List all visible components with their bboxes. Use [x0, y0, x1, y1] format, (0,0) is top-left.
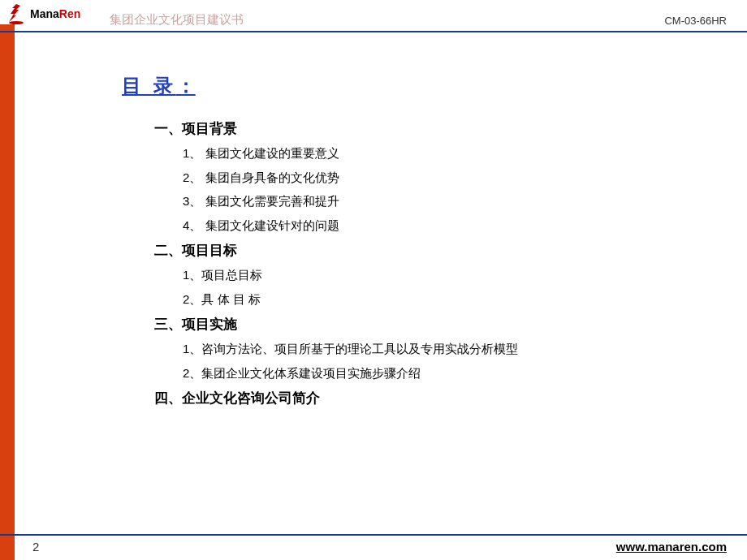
logo-text: ManaRen	[30, 7, 80, 20]
section-title: 一、项目背景	[154, 119, 747, 138]
toc-item: 1、咨询方法论、项目所基于的理论工具以及专用实战分析模型	[183, 340, 747, 359]
logo-text-part1: Mana	[30, 7, 59, 20]
section-title: 四、企业文化咨询公司简介	[154, 389, 747, 407]
logo-icon	[4, 2, 28, 26]
toc-section: 四、企业文化咨询公司简介	[122, 389, 747, 407]
toc-item: 1、项目总目标	[183, 266, 747, 285]
logo-text-part2: Ren	[59, 7, 80, 20]
footer: 2 www.manaren.com	[0, 534, 747, 560]
document-title: 集团企业文化项目建议书	[110, 12, 244, 28]
footer-url: www.manaren.com	[616, 540, 727, 554]
toc-item: 2、具 体 目 标	[183, 291, 747, 309]
content-area: 目 录： 一、项目背景 1、 集团文化建设的重要意义 2、 集团自身具备的文化优…	[0, 32, 747, 407]
logo: ManaRen	[4, 2, 80, 26]
left-accent-bar	[0, 24, 15, 560]
toc-section: 二、项目目标 1、项目总目标 2、具 体 目 标	[122, 241, 747, 308]
toc-heading-colon: ：	[176, 75, 196, 97]
toc-item: 2、集团企业文化体系建设项目实施步骤介绍	[183, 364, 747, 383]
toc-heading-text: 目 录	[122, 75, 176, 97]
toc-section: 三、项目实施 1、咨询方法论、项目所基于的理论工具以及专用实战分析模型 2、集团…	[122, 315, 747, 382]
toc-item: 3、 集团文化需要完善和提升	[183, 192, 747, 211]
section-title: 三、项目实施	[154, 315, 747, 334]
toc-item: 4、 集团文化建设针对的问题	[183, 217, 747, 235]
svg-point-0	[9, 21, 24, 24]
document-code: CM-03-66HR	[664, 15, 727, 27]
page-number: 2	[32, 540, 39, 554]
toc-heading: 目 录：	[122, 73, 747, 99]
header: ManaRen 集团企业文化项目建议书 CM-03-66HR	[0, 0, 747, 32]
toc-item: 1、 集团文化建设的重要意义	[183, 144, 747, 163]
toc-item: 2、 集团自身具备的文化优势	[183, 169, 747, 187]
toc-section: 一、项目背景 1、 集团文化建设的重要意义 2、 集团自身具备的文化优势 3、 …	[122, 119, 747, 235]
section-title: 二、项目目标	[154, 241, 747, 260]
